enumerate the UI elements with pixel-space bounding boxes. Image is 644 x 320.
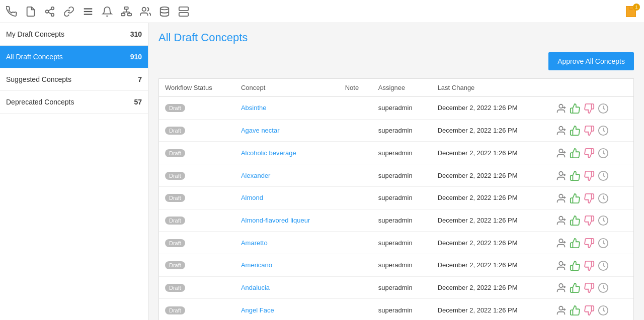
- svg-rect-17: [179, 7, 188, 10]
- cell-note: [339, 232, 372, 254]
- history-icon[interactable]: [598, 147, 609, 159]
- svg-rect-8: [124, 7, 128, 9]
- assign-icon[interactable]: [555, 215, 567, 227]
- cell-actions: [549, 232, 633, 254]
- concept-link[interactable]: Alexander: [241, 172, 271, 179]
- history-icon[interactable]: [598, 237, 609, 249]
- reject-icon[interactable]: [584, 169, 595, 181]
- cell-status: Draft: [159, 254, 235, 277]
- approve-icon[interactable]: [570, 304, 581, 316]
- reject-icon[interactable]: [584, 282, 595, 294]
- concept-link[interactable]: Absinthe: [241, 104, 267, 112]
- assign-icon[interactable]: [555, 237, 567, 249]
- database-icon[interactable]: [159, 6, 170, 17]
- notification-badge[interactable]: 1: [624, 5, 638, 19]
- concept-link[interactable]: Andalucia: [241, 284, 270, 291]
- assign-icon[interactable]: [555, 147, 567, 159]
- cell-status: Draft: [159, 299, 235, 320]
- history-icon[interactable]: [598, 169, 609, 181]
- user-manage-icon[interactable]: [140, 6, 151, 17]
- cell-assignee: superadmin: [372, 97, 432, 120]
- history-icon[interactable]: [598, 259, 609, 271]
- table-body: Draft Absinthe superadmin December 2, 20…: [159, 97, 633, 321]
- reject-icon[interactable]: [584, 147, 595, 159]
- concept-link[interactable]: Americano: [241, 261, 272, 269]
- approve-icon[interactable]: [570, 282, 581, 294]
- assign-icon[interactable]: [555, 169, 567, 181]
- cell-status: Draft: [159, 97, 235, 120]
- sidebar-item-my-draft[interactable]: My Draft Concepts 310: [0, 23, 148, 46]
- table-row: Draft Agave nectar superadmin December 2…: [159, 119, 633, 142]
- badge-count: 1: [633, 4, 640, 11]
- action-icons: [555, 192, 627, 204]
- concept-link[interactable]: Almond: [241, 194, 263, 201]
- approve-icon[interactable]: [570, 192, 581, 204]
- concept-link[interactable]: Angel Face: [241, 306, 274, 314]
- assign-icon[interactable]: [555, 192, 567, 204]
- list-icon[interactable]: [83, 6, 94, 17]
- history-icon[interactable]: [598, 215, 609, 227]
- cell-note: [339, 276, 372, 299]
- document-icon[interactable]: [25, 6, 36, 17]
- sidebar: My Draft Concepts 310 All Draft Concepts…: [0, 23, 148, 320]
- bell-icon[interactable]: [102, 6, 113, 17]
- reject-icon[interactable]: [584, 125, 595, 137]
- draft-badge: Draft: [165, 194, 185, 202]
- table-row: Draft Absinthe superadmin December 2, 20…: [159, 97, 633, 120]
- reject-icon[interactable]: [584, 102, 595, 114]
- assign-icon[interactable]: [555, 125, 567, 137]
- approve-icon[interactable]: [570, 102, 581, 114]
- table-row: Draft Angel Face superadmin December 2, …: [159, 299, 633, 320]
- svg-rect-10: [128, 13, 131, 16]
- approve-all-button[interactable]: Approve All Concepts: [548, 52, 634, 70]
- share-icon[interactable]: [44, 6, 55, 17]
- history-icon[interactable]: [598, 192, 609, 204]
- cell-last-change: December 2, 2022 1:26 PM: [432, 299, 550, 320]
- history-icon[interactable]: [598, 304, 609, 316]
- approve-icon[interactable]: [570, 237, 581, 249]
- cell-actions: [549, 164, 633, 187]
- reject-icon[interactable]: [584, 304, 595, 316]
- approve-icon[interactable]: [570, 169, 581, 181]
- table-row: Draft Almond-flavored liqueur superadmin…: [159, 209, 633, 232]
- sidebar-item-deprecated[interactable]: Deprecated Concepts 57: [0, 91, 148, 114]
- table-row: Draft Amaretto superadmin December 2, 20…: [159, 232, 633, 254]
- col-concept: Concept: [235, 79, 339, 97]
- assign-icon[interactable]: [555, 259, 567, 271]
- cell-actions: [549, 97, 633, 120]
- reject-icon[interactable]: [584, 259, 595, 271]
- reject-icon[interactable]: [584, 192, 595, 204]
- reject-icon[interactable]: [584, 215, 595, 227]
- server-icon[interactable]: [178, 6, 189, 17]
- sidebar-item-all-draft[interactable]: All Draft Concepts 910: [0, 46, 148, 68]
- assign-icon[interactable]: [555, 102, 567, 114]
- approve-icon[interactable]: [570, 147, 581, 159]
- sidebar-item-suggested[interactable]: Suggested Concepts 7: [0, 68, 148, 91]
- cell-concept: Almond-flavored liqueur: [235, 209, 339, 232]
- link-icon[interactable]: [63, 6, 74, 17]
- assign-icon[interactable]: [555, 304, 567, 316]
- history-icon[interactable]: [598, 125, 609, 137]
- assign-icon[interactable]: [555, 282, 567, 294]
- approve-icon[interactable]: [570, 259, 581, 271]
- history-icon[interactable]: [598, 102, 609, 114]
- history-icon[interactable]: [598, 282, 609, 294]
- table-row: Draft Alexander superadmin December 2, 2…: [159, 164, 633, 187]
- approve-icon[interactable]: [570, 125, 581, 137]
- concept-link[interactable]: Amaretto: [241, 239, 268, 247]
- action-icons: [555, 147, 627, 159]
- table-header-row: Workflow Status Concept Note Assignee La…: [159, 79, 633, 97]
- concepts-table: Workflow Status Concept Note Assignee La…: [159, 79, 633, 320]
- phone-icon[interactable]: [6, 6, 17, 17]
- main-content: All Draft Concepts Approve All Concepts …: [148, 23, 644, 320]
- concept-link[interactable]: Agave nectar: [241, 127, 280, 134]
- hierarchy-icon[interactable]: [121, 6, 132, 17]
- cell-concept: Americano: [235, 254, 339, 277]
- draft-badge: Draft: [165, 217, 185, 225]
- reject-icon[interactable]: [584, 237, 595, 249]
- concept-link[interactable]: Almond-flavored liqueur: [241, 217, 310, 224]
- cell-concept: Agave nectar: [235, 119, 339, 142]
- approve-icon[interactable]: [570, 215, 581, 227]
- concept-link[interactable]: Alcoholic beverage: [241, 149, 296, 157]
- cell-actions: [549, 119, 633, 142]
